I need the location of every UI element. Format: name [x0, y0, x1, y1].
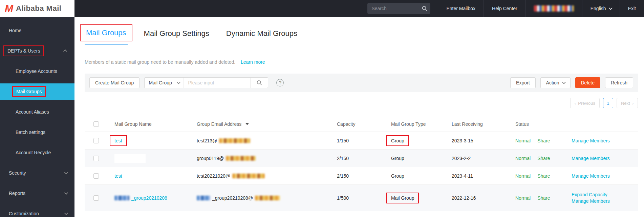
header-checkbox[interactable]: [93, 121, 99, 127]
create-mail-group-button[interactable]: Create Mail Group: [89, 77, 139, 88]
column-header-status: Status: [515, 121, 572, 127]
manage-members-link[interactable]: Manage Members: [572, 156, 610, 161]
account-menu[interactable]: [525, 0, 582, 17]
row-checkbox[interactable]: [93, 195, 99, 201]
sidebar-item-label: Mail Groups: [16, 89, 42, 94]
share-link[interactable]: Share: [537, 138, 550, 143]
page-number-1[interactable]: 1: [603, 98, 613, 108]
chevron-down-icon[interactable]: [64, 211, 68, 215]
sidebar-item-label: Employee Accounts: [16, 68, 57, 74]
share-link[interactable]: Share: [537, 173, 550, 179]
sort-caret-icon[interactable]: [245, 123, 249, 125]
chevron-up-icon[interactable]: [63, 50, 67, 53]
exit-link[interactable]: Exit: [620, 0, 644, 17]
sidebar-item-account-recycle[interactable]: Account Recycle: [0, 142, 74, 163]
top-search: [367, 3, 430, 14]
chevron-down-icon: [177, 80, 180, 84]
table-row: test test213@ 1/150 Group 2023-3-15 Norm…: [85, 132, 638, 150]
search-group: Mail Group: [144, 77, 268, 88]
previous-page-button[interactable]: ‹ Previous: [570, 98, 600, 108]
status-cell: Normal Share: [515, 195, 572, 201]
sidebar-item-label: Account Aliases: [16, 109, 49, 115]
sidebar-item-customization[interactable]: Customization: [0, 203, 74, 217]
sidebar-item-mail-groups[interactable]: Mail Groups: [0, 83, 74, 100]
table-row: test test20221020@ 2/150 Group 2023-4-11…: [85, 167, 638, 185]
language-select[interactable]: English: [582, 0, 620, 17]
chevron-down-icon[interactable]: [64, 171, 68, 174]
chevron-right-icon: ›: [632, 101, 634, 106]
toolbar-left: Create Mail Group Mail Group ?: [89, 77, 284, 88]
status-cell: Normal Share: [515, 173, 572, 179]
sidebar-item-home[interactable]: Home: [0, 20, 74, 41]
tab-mail-groups[interactable]: Mail Groups: [85, 28, 128, 45]
action-button[interactable]: Action: [540, 77, 571, 88]
tab-label: Dynamic Mail Groups: [226, 29, 297, 38]
sidebar-item-depts-users[interactable]: DEPTs & Users: [0, 41, 74, 61]
next-page-button[interactable]: Next ›: [617, 98, 638, 108]
row-checkbox[interactable]: [93, 156, 99, 161]
logo: M Alibaba Mail: [0, 0, 74, 17]
chevron-down-icon: [562, 80, 565, 84]
language-label: English: [591, 6, 606, 11]
button-label: Action: [546, 80, 559, 85]
group-name-link[interactable]: test: [114, 138, 122, 143]
email-prefix: test213@: [197, 138, 217, 143]
search-icon[interactable]: [422, 5, 428, 12]
sidebar-item-employee-accounts[interactable]: Employee Accounts: [0, 61, 74, 81]
annotation-box: Mail Groups: [12, 86, 46, 97]
manage-members-link[interactable]: Manage Members: [572, 198, 610, 204]
sidebar-item-security[interactable]: Security: [0, 163, 74, 183]
annotation-box: Mail Groups: [80, 24, 132, 41]
exit-label: Exit: [628, 6, 636, 11]
page-number: 1: [607, 101, 609, 106]
sidebar-item-batch-settings[interactable]: Batch settings: [0, 122, 74, 142]
tab-mail-group-settings[interactable]: Mail Group Settings: [143, 29, 210, 45]
button-label: Export: [516, 80, 530, 85]
search-input[interactable]: [184, 78, 250, 88]
manage-members-link[interactable]: Manage Members: [572, 138, 610, 143]
enter-mailbox-link[interactable]: Enter Mailbox: [438, 0, 484, 17]
sidebar-item-label: Customization: [9, 211, 39, 216]
alibaba-mail-logo-icon: M: [5, 3, 13, 14]
row-checkbox[interactable]: [93, 173, 99, 179]
description: Members of a static mail group need to b…: [85, 59, 638, 65]
column-header-email: Group Email Address: [197, 121, 337, 127]
sidebar-item-reports[interactable]: Reports: [0, 183, 74, 203]
share-link[interactable]: Share: [537, 156, 550, 161]
group-email: test20221020@: [197, 173, 337, 179]
help-center-link[interactable]: Help Center: [484, 0, 525, 17]
last-receiving: 2023-2-2: [452, 156, 515, 161]
group-type: Group: [391, 156, 452, 161]
group-type: Mail Group: [391, 195, 414, 201]
search-type-select[interactable]: Mail Group: [145, 78, 184, 88]
group-name-link[interactable]: test: [114, 173, 122, 179]
learn-more-link[interactable]: Learn more: [241, 59, 265, 65]
table-row: _group20210208 _group20210208@ 1/500 Mai…: [85, 185, 638, 211]
column-header-type: Mail Group Type: [391, 121, 452, 127]
group-name-link[interactable]: _group20210208: [131, 195, 167, 201]
manage-members-link[interactable]: Manage Members: [572, 173, 610, 179]
search-button[interactable]: [250, 78, 268, 88]
sidebar-item-account-aliases[interactable]: Account Aliases: [0, 102, 74, 122]
expand-capacity-link[interactable]: Expand Capacity: [572, 192, 610, 198]
tab-label: Mail Groups: [86, 28, 126, 37]
chevron-down-icon[interactable]: [64, 191, 68, 195]
share-link[interactable]: Share: [537, 195, 550, 201]
column-header-capacity: Capacity: [337, 121, 391, 127]
help-icon[interactable]: ?: [276, 79, 284, 86]
redacted-account-name: [534, 5, 574, 12]
status-normal: Normal: [515, 173, 531, 179]
group-email: group0119@: [197, 156, 337, 161]
topbar-right: Enter Mailbox Help Center English Exit: [74, 0, 644, 17]
toolbar-right: Export Action Delete Refresh: [510, 77, 633, 88]
tab-dynamic-mail-groups[interactable]: Dynamic Mail Groups: [226, 29, 298, 45]
chevron-left-icon: ‹: [575, 101, 576, 106]
export-button[interactable]: Export: [510, 77, 535, 88]
top-search-input[interactable]: [371, 6, 422, 11]
row-checkbox[interactable]: [93, 138, 99, 143]
delete-button[interactable]: Delete: [575, 77, 600, 88]
redacted-group-name: [114, 154, 146, 163]
button-label: Refresh: [611, 80, 627, 85]
group-email: test213@: [197, 138, 337, 143]
refresh-button[interactable]: Refresh: [605, 77, 633, 88]
